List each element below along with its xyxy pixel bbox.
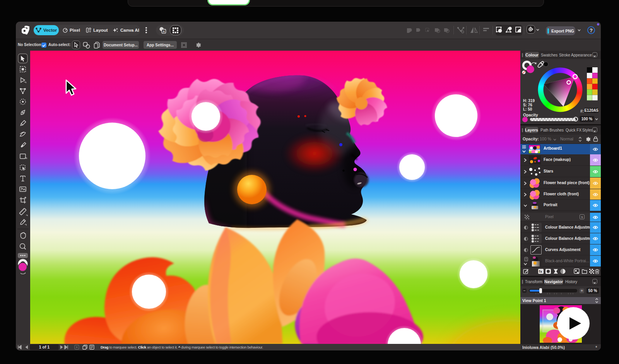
svg-text:fx: fx — [539, 269, 542, 273]
svg-text:A: A — [162, 30, 165, 33]
